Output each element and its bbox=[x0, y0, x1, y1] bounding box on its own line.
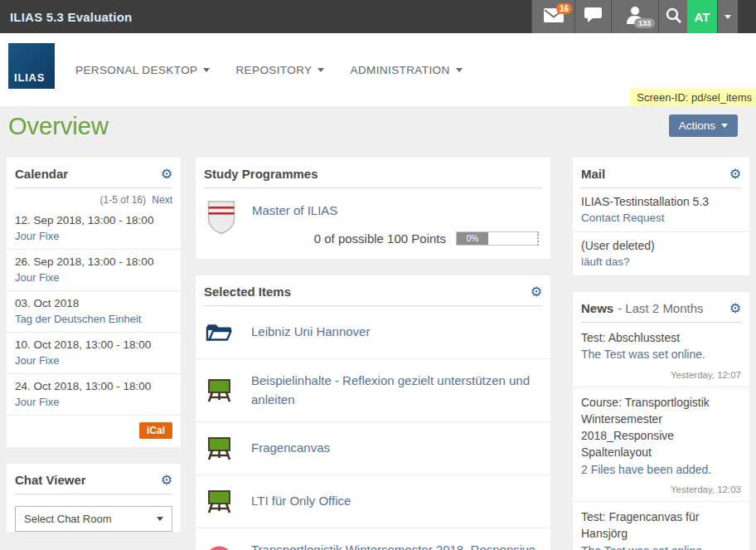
online-users-button[interactable]: 133 bbox=[611, 0, 658, 33]
user-menu-toggle[interactable] bbox=[717, 0, 738, 33]
mail-sender: (User deleted) bbox=[581, 239, 741, 252]
chat-room-select[interactable]: Select Chat Room bbox=[15, 506, 172, 532]
mail-sender: ILIAS-Testinstallation 5.3 bbox=[581, 195, 741, 208]
news-row: Course: Transportlogistik Wintersemester… bbox=[573, 387, 749, 502]
news-timestamp: Yesterday, 12:03 bbox=[581, 478, 741, 498]
calendar-panel-title: Calendar bbox=[15, 167, 68, 181]
menu-personal-desktop[interactable]: PERSONAL DESKTOP bbox=[75, 64, 210, 76]
event-link[interactable]: Jour Fixe bbox=[15, 271, 172, 284]
menu-label: PERSONAL DESKTOP bbox=[75, 64, 197, 76]
main-header: ILIAS PERSONAL DESKTOP REPOSITORY ADMINI… bbox=[0, 33, 756, 106]
item-link[interactable]: Beispielinhalte - Reflexion gezielt unte… bbox=[251, 372, 540, 409]
gear-icon[interactable] bbox=[161, 168, 172, 181]
item-link[interactable]: Leibniz Uni Hannover bbox=[251, 323, 370, 342]
ical-button[interactable]: iCal bbox=[139, 422, 172, 439]
chevron-down-icon bbox=[721, 124, 728, 128]
list-item: Fragencanvas bbox=[196, 422, 550, 475]
news-row: Test: Abschlusstest The Test was set onl… bbox=[573, 323, 749, 387]
pagination-next-link[interactable]: Next bbox=[152, 194, 172, 206]
event-date: 26. Sep 2018, 13:00 - 18:00 bbox=[15, 256, 172, 268]
chevron-down-icon bbox=[724, 15, 731, 19]
calendar-event-row: 10. Oct 2018, 13:00 - 18:00 Jour Fixe bbox=[7, 333, 181, 374]
page-head: Overview Actions bbox=[0, 106, 756, 149]
search-icon bbox=[666, 7, 681, 27]
dashboard-columns: Calendar (1-5 of 16) Next 12. Sep 2018, … bbox=[7, 158, 749, 550]
news-row: Test: Fragencanvas für Hansjörg The Test… bbox=[573, 502, 749, 550]
news-panel: News - Last 2 Months Test: Abschlusstest… bbox=[573, 292, 749, 550]
chevron-down-icon bbox=[157, 517, 163, 521]
event-link[interactable]: Jour Fixe bbox=[15, 354, 172, 367]
ical-row: iCal bbox=[7, 416, 181, 447]
points-label: 0 of possible 100 Points bbox=[314, 231, 446, 246]
menu-label: REPOSITORY bbox=[235, 64, 312, 76]
topbar-icon-strip: 16 133 AT bbox=[531, 0, 738, 33]
menu-administration[interactable]: ADMINISTRATION bbox=[350, 64, 462, 76]
progress-bar: 0% bbox=[456, 231, 539, 246]
left-column: Calendar (1-5 of 16) Next 12. Sep 2018, … bbox=[7, 158, 181, 548]
event-date: 03. Oct 2018 bbox=[15, 297, 172, 309]
gear-icon[interactable] bbox=[531, 285, 542, 299]
calendar-event-row: 03. Oct 2018 Tag der Deutschen Einheit bbox=[7, 291, 181, 333]
event-date: 10. Oct 2018, 13:00 - 18:00 bbox=[15, 338, 172, 351]
unread-mail-badge: 16 bbox=[556, 3, 572, 14]
selected-items-title: Selected Items bbox=[204, 285, 291, 299]
calendar-event-row: 12. Sep 2018, 13:00 - 18:00 Jour Fixe bbox=[7, 208, 181, 250]
progress-fill: 0% bbox=[457, 232, 488, 245]
list-item: LTI für Only Office bbox=[196, 475, 550, 528]
chevron-down-icon bbox=[203, 68, 210, 72]
ilias-logo[interactable]: ILIAS bbox=[8, 43, 55, 89]
list-item: Leibniz Uni Hannover bbox=[196, 306, 550, 359]
study-programmes-panel: Study Programmes Master of ILIAS 0 of po… bbox=[196, 158, 550, 259]
menu-repository[interactable]: REPOSITORY bbox=[235, 64, 324, 76]
calendar-event-row: 24. Oct 2018, 13:00 - 18:00 Jour Fixe bbox=[7, 374, 181, 416]
news-link[interactable]: The Test was set online. bbox=[581, 346, 741, 363]
news-panel-subtitle: - Last 2 Months bbox=[618, 301, 703, 315]
online-users-badge: 133 bbox=[634, 18, 655, 28]
study-programme-link[interactable]: Master of ILIAS bbox=[252, 203, 337, 217]
gear-icon[interactable] bbox=[729, 302, 741, 315]
item-link[interactable]: LTI für Only Office bbox=[251, 492, 351, 511]
chat-bubble-icon bbox=[584, 7, 602, 27]
middle-column: Study Programmes Master of ILIAS 0 of po… bbox=[196, 158, 550, 550]
mail-panel: Mail ILIAS-Testinstallation 5.3 Contact … bbox=[573, 158, 749, 275]
item-link[interactable]: Transportlogistik Wintersemester 2018_Re… bbox=[251, 541, 540, 550]
news-link[interactable]: The Test was set online. bbox=[581, 543, 741, 550]
course-icon bbox=[206, 377, 233, 404]
page-title: Overview bbox=[8, 113, 109, 140]
item-link[interactable]: Fragencanvas bbox=[251, 439, 330, 458]
course-icon bbox=[206, 488, 233, 515]
list-item: Transportlogistik Wintersemester 2018_Re… bbox=[196, 528, 550, 550]
calendar-panel: Calendar (1-5 of 16) Next 12. Sep 2018, … bbox=[7, 158, 181, 447]
pagination-range: (1-5 of 16) bbox=[100, 194, 146, 206]
chat-panel-title: Chat Viewer bbox=[15, 473, 86, 487]
divider bbox=[15, 494, 172, 494]
list-item: Beispielinhalte - Reflexion gezielt unte… bbox=[196, 359, 550, 422]
chat-room-select-value: Select Chat Room bbox=[24, 513, 112, 525]
gear-icon[interactable] bbox=[729, 168, 741, 181]
study-panel-title: Study Programmes bbox=[204, 167, 318, 181]
chat-button[interactable] bbox=[574, 0, 611, 33]
event-date: 12. Sep 2018, 13:00 - 18:00 bbox=[15, 214, 172, 226]
menu-label: ADMINISTRATION bbox=[350, 64, 449, 76]
mail-subject-link[interactable]: Contact Request bbox=[581, 212, 741, 224]
event-link[interactable]: Jour Fixe bbox=[15, 396, 172, 408]
news-context: Course: Transportlogistik Wintersemester… bbox=[581, 394, 741, 461]
search-button[interactable] bbox=[658, 0, 687, 33]
top-bar: ILIAS 5.3 Evaluation 16 133 AT bbox=[0, 0, 756, 33]
chevron-down-icon bbox=[317, 68, 324, 72]
chevron-down-icon bbox=[456, 68, 463, 72]
user-avatar[interactable]: AT bbox=[687, 0, 717, 33]
mail-panel-title: Mail bbox=[581, 167, 605, 181]
event-link[interactable]: Tag der Deutschen Einheit bbox=[15, 313, 172, 325]
mail-row: (User deleted) läuft das? bbox=[573, 232, 749, 275]
folder-icon bbox=[206, 319, 233, 346]
calendar-pagination: (1-5 of 16) Next bbox=[7, 188, 181, 208]
gear-icon[interactable] bbox=[161, 474, 172, 487]
news-timestamp: Yesterday, 12:07 bbox=[581, 363, 741, 383]
actions-button[interactable]: Actions bbox=[669, 114, 738, 137]
mail-subject-link[interactable]: läuft das? bbox=[581, 256, 741, 268]
mail-button[interactable]: 16 bbox=[531, 0, 574, 33]
calendar-event-row: 26. Sep 2018, 13:00 - 18:00 Jour Fixe bbox=[7, 250, 181, 291]
event-link[interactable]: Jour Fixe bbox=[15, 230, 172, 242]
news-link[interactable]: 2 Files have been added. bbox=[581, 461, 741, 478]
